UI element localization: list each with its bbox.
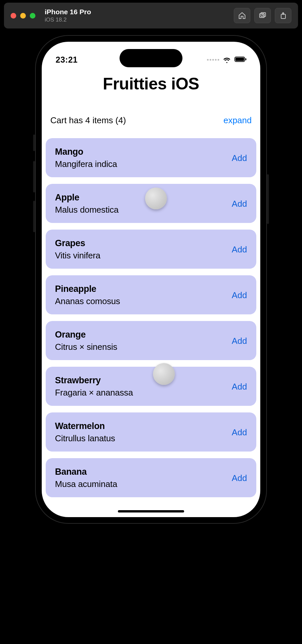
home-indicator[interactable] (118, 510, 184, 512)
add-button[interactable]: Add (232, 473, 247, 483)
fruit-card: Mango Mangifera indica Add (46, 138, 256, 177)
fruit-card: Grapes Vitis vinifera Add (46, 230, 256, 269)
add-button[interactable]: Add (232, 427, 247, 438)
fruit-scientific-name: Vitis vinifera (55, 250, 100, 261)
close-window-button[interactable] (11, 13, 16, 19)
app-title: Fruitties iOS (42, 74, 260, 93)
toolbar-actions (234, 8, 291, 23)
expand-button[interactable]: expand (224, 115, 252, 126)
fruit-name: Apple (55, 192, 119, 203)
add-button[interactable]: Add (232, 199, 247, 209)
simulator-titlebar: iPhone 16 Pro iOS 18.2 (4, 3, 298, 28)
status-time: 23:21 (56, 55, 77, 65)
fruit-name: Watermelon (55, 421, 115, 431)
add-button[interactable]: Add (232, 153, 247, 163)
fruit-scientific-name: Citrullus lanatus (55, 433, 115, 444)
fruit-info: Apple Malus domestica (55, 192, 119, 215)
cart-summary: Cart has 4 items (4) (50, 115, 126, 126)
touch-cursor (145, 188, 167, 209)
battery-icon (234, 57, 246, 63)
device-name: iPhone 16 Pro (45, 8, 234, 16)
fruit-name: Banana (55, 467, 117, 477)
fruit-scientific-name: Musa acuminata (55, 479, 117, 489)
add-button[interactable]: Add (232, 382, 247, 392)
fruit-card: Pineapple Ananas comosus Add (46, 275, 256, 314)
home-icon (238, 12, 246, 20)
fruit-name: Pineapple (55, 284, 120, 294)
phone-screen: 23:21 Fruitties iOS C (42, 42, 260, 517)
wifi-icon (223, 56, 231, 63)
window-title: iPhone 16 Pro iOS 18.2 (45, 8, 234, 23)
fruit-name: Grapes (55, 238, 100, 248)
fruit-name: Orange (55, 330, 117, 340)
fruit-card: Strawberry Fragaria × ananassa Add (46, 367, 256, 406)
fruit-info: Strawberry Fragaria × ananassa (55, 375, 133, 398)
dynamic-island (120, 49, 182, 67)
cart-row: Cart has 4 items (4) expand (42, 115, 260, 126)
fruit-info: Banana Musa acuminata (55, 467, 117, 489)
fruit-info: Mango Mangifera indica (55, 147, 117, 169)
cellular-icon (207, 59, 219, 61)
svg-point-2 (263, 14, 264, 16)
fruit-scientific-name: Ananas comosus (55, 296, 120, 306)
add-button[interactable]: Add (232, 336, 247, 346)
svg-rect-1 (261, 13, 266, 17)
volume-up-button[interactable] (33, 161, 35, 192)
fruit-scientific-name: Mangifera indica (55, 159, 117, 169)
fruit-info: Watermelon Citrullus lanatus (55, 421, 115, 444)
add-button[interactable]: Add (232, 244, 247, 255)
fruit-card: Orange Citrus × sinensis Add (46, 321, 256, 360)
minimize-window-button[interactable] (20, 13, 26, 19)
mute-switch[interactable] (33, 134, 35, 151)
screenshot-button[interactable] (254, 8, 271, 23)
fruit-info: Pineapple Ananas comosus (55, 284, 120, 306)
zoom-window-button[interactable] (30, 13, 35, 19)
volume-down-button[interactable] (33, 201, 35, 232)
fruit-info: Grapes Vitis vinifera (55, 238, 100, 261)
os-version: iOS 18.2 (45, 17, 234, 23)
traffic-lights (11, 13, 35, 19)
add-button[interactable]: Add (232, 290, 247, 300)
fruit-name: Strawberry (55, 375, 133, 386)
share-overlay-button[interactable] (275, 8, 291, 23)
fruit-card: Banana Musa acuminata Add (46, 458, 256, 497)
fruit-scientific-name: Citrus × sinensis (55, 342, 117, 352)
camera-stack-icon (259, 12, 267, 20)
status-icons (207, 56, 246, 63)
share-overlay-icon (279, 12, 287, 20)
fruit-info: Orange Citrus × sinensis (55, 330, 117, 352)
fruit-name: Mango (55, 147, 117, 157)
fruit-scientific-name: Fragaria × ananassa (55, 388, 133, 398)
home-button[interactable] (234, 8, 250, 23)
side-button[interactable] (267, 174, 269, 224)
fruit-scientific-name: Malus domestica (55, 205, 119, 215)
phone-frame: 23:21 Fruitties iOS C (35, 35, 267, 524)
touch-cursor (153, 363, 175, 385)
fruit-card: Watermelon Citrullus lanatus Add (46, 412, 256, 452)
